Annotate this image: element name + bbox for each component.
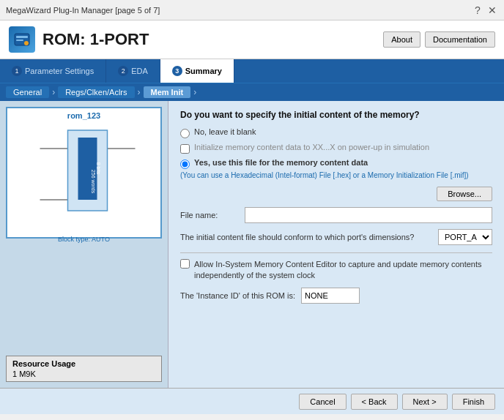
header: ROM: 1-PORT About Documentation — [0, 20, 504, 59]
option-yes-row: Yes, use this file for the memory conten… — [180, 158, 492, 169]
documentation-button[interactable]: Documentation — [425, 31, 495, 48]
title-bar-controls: ? ✕ — [472, 4, 498, 16]
resource-value: 1 M9K — [12, 370, 155, 378]
left-panel: rom_123 8 bits — [0, 101, 168, 388]
allow-editor-checkbox[interactable] — [180, 259, 190, 269]
breadcrumb-arrow-3: › — [193, 87, 196, 97]
breadcrumb-arrow-2: › — [138, 87, 141, 97]
breadcrumb-regs[interactable]: Regs/Clken/Aclrs — [58, 86, 134, 98]
file-name-input[interactable] — [245, 207, 492, 223]
breadcrumb: General › Regs/Clken/Aclrs › Mem Init › — [0, 83, 504, 101]
block-type-label: Block type: AUTO — [10, 236, 158, 243]
option-no-row: No, leave it blank — [180, 127, 492, 138]
file-name-label: File name: — [180, 211, 239, 220]
option-yes-label[interactable]: Yes, use this file for the memory conten… — [194, 158, 368, 167]
tab-label-3: Summary — [185, 67, 222, 75]
resource-box: Resource Usage 1 M9K — [6, 356, 162, 382]
option-no-radio[interactable] — [180, 129, 190, 138]
svg-text:8 bits: 8 bits — [96, 162, 101, 175]
conform-label: The initial content file should conform … — [180, 233, 432, 241]
help-icon[interactable]: ? — [472, 4, 483, 16]
breadcrumb-arrow-1: › — [52, 87, 55, 97]
conform-select[interactable]: PORT_A PORT_B — [438, 229, 492, 245]
section-question: Do you want to specify the initial conte… — [180, 110, 492, 120]
title-bar: MegaWizard Plug-In Manager [page 5 of 7]… — [0, 0, 504, 20]
next-button[interactable]: Next > — [402, 394, 448, 410]
breadcrumb-general[interactable]: General — [6, 86, 49, 98]
tab-label-2: EDA — [131, 67, 148, 75]
tab-eda[interactable]: 2 EDA — [106, 59, 160, 83]
divider-1 — [180, 252, 492, 253]
option-no-label[interactable]: No, leave it blank — [194, 127, 256, 136]
svg-rect-2 — [16, 40, 23, 41]
tab-num-1: 1 — [12, 66, 22, 76]
tab-num-2: 2 — [118, 66, 128, 76]
finish-button[interactable]: Finish — [452, 394, 495, 410]
instance-input[interactable] — [301, 288, 360, 304]
title-bar-text: MegaWizard Plug-In Manager [page 5 of 7] — [6, 6, 160, 15]
svg-text:256 words: 256 words — [91, 170, 96, 194]
back-button[interactable]: < Back — [351, 394, 398, 410]
allow-editor-label[interactable]: Allow In-System Memory Content Editor to… — [194, 259, 492, 282]
svg-rect-1 — [16, 36, 28, 38]
breadcrumb-mem-init[interactable]: Mem Init — [144, 86, 191, 98]
close-icon[interactable]: ✕ — [486, 4, 498, 16]
footer: Cancel < Back Next > Finish — [0, 388, 504, 414]
diagram-box: rom_123 8 bits — [6, 107, 162, 239]
file-name-row: File name: — [180, 207, 492, 223]
header-buttons: About Documentation — [383, 31, 495, 48]
option-init-checkbox[interactable] — [180, 144, 190, 154]
header-left: ROM: 1-PORT — [9, 26, 149, 53]
option-init-row: Initialize memory content data to XX...X… — [180, 143, 492, 154]
tab-parameter-settings[interactable]: 1 Parameter Settings — [0, 59, 106, 83]
browse-button[interactable]: Browse... — [437, 187, 492, 201]
panels-wrapper: rom_123 8 bits — [0, 101, 504, 388]
option-init-label[interactable]: Initialize memory content data to XX...X… — [194, 143, 429, 151]
page-title: ROM: 1-PORT — [42, 30, 149, 49]
about-button[interactable]: About — [383, 31, 420, 48]
allow-checkbox-row: Allow In-System Memory Content Editor to… — [180, 259, 492, 282]
instance-row: The 'Instance ID' of this ROM is: — [180, 288, 492, 304]
tab-num-3: 3 — [172, 66, 182, 76]
content-wrapper: rom_123 8 bits — [0, 101, 504, 414]
resource-title: Resource Usage — [12, 359, 155, 368]
tab-label-1: Parameter Settings — [25, 67, 94, 75]
diagram-title: rom_123 — [10, 111, 158, 120]
instance-label: The 'Instance ID' of this ROM is: — [180, 291, 295, 300]
rom-icon — [9, 26, 35, 53]
tab-bar: 1 Parameter Settings 2 EDA 3 Summary — [0, 59, 504, 83]
hint-text: (You can use a Hexadecimal (Intel-format… — [180, 170, 492, 181]
cancel-button[interactable]: Cancel — [299, 394, 346, 410]
tab-summary[interactable]: 3 Summary — [160, 59, 234, 83]
diagram-svg: 8 bits 256 words address[7..0] clock q[7… — [40, 123, 136, 233]
conform-row: The initial content file should conform … — [180, 229, 492, 245]
right-panel: Do you want to specify the initial conte… — [168, 101, 504, 388]
browse-row: Browse... — [180, 187, 492, 201]
option-yes-radio[interactable] — [180, 160, 190, 169]
svg-point-3 — [24, 41, 29, 45]
